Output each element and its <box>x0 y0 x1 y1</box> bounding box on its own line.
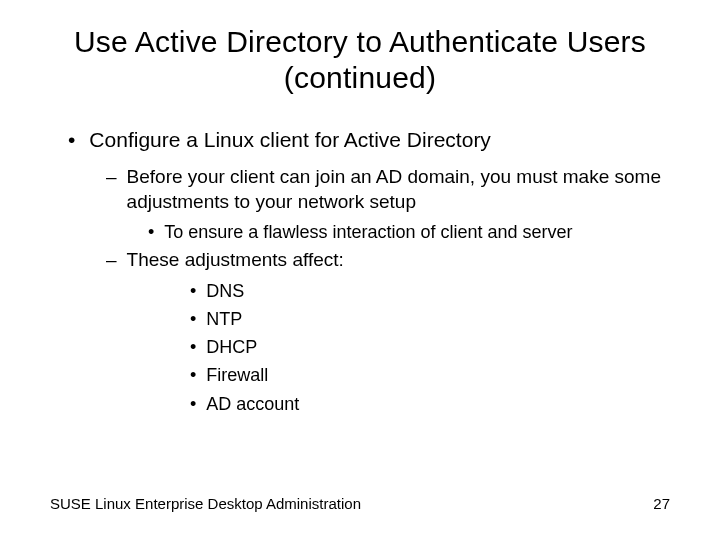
dash-marker: – <box>106 165 117 214</box>
bullet-marker: • <box>190 335 196 360</box>
bullet-text: DNS <box>206 279 244 304</box>
bullet-level2: – Before your client can join an AD doma… <box>50 165 670 214</box>
slide-title: Use Active Directory to Authenticate Use… <box>50 24 670 96</box>
list-item: • Firewall <box>50 363 670 388</box>
list-item: • AD account <box>50 392 670 417</box>
bullet-text: NTP <box>206 307 242 332</box>
bullet-marker: • <box>148 221 154 244</box>
bullet-text: DHCP <box>206 335 257 360</box>
bullet-text: To ensure a flawless interaction of clie… <box>164 221 572 244</box>
bullet-marker: • <box>190 279 196 304</box>
list-item: • DNS <box>50 279 670 304</box>
list-item: • DHCP <box>50 335 670 360</box>
page-number: 27 <box>653 495 670 512</box>
bullet-level1: • Configure a Linux client for Active Di… <box>50 126 670 153</box>
bullet-text: Before your client can join an AD domain… <box>127 165 670 214</box>
dash-marker: – <box>106 248 117 273</box>
list-item: • NTP <box>50 307 670 332</box>
bullet-marker: • <box>190 307 196 332</box>
bullet-marker: • <box>190 392 196 417</box>
slide-footer: SUSE Linux Enterprise Desktop Administra… <box>50 495 670 512</box>
bullet-text: These adjustments affect: <box>127 248 344 273</box>
bullet-level2: – These adjustments affect: <box>50 248 670 273</box>
bullet-text: Firewall <box>206 363 268 388</box>
footer-left: SUSE Linux Enterprise Desktop Administra… <box>50 495 361 512</box>
bullet-text: Configure a Linux client for Active Dire… <box>89 126 491 153</box>
bullet-marker: • <box>190 363 196 388</box>
bullet-marker: • <box>68 126 75 153</box>
bullet-text: AD account <box>206 392 299 417</box>
bullet-level3: • To ensure a flawless interaction of cl… <box>50 221 670 244</box>
